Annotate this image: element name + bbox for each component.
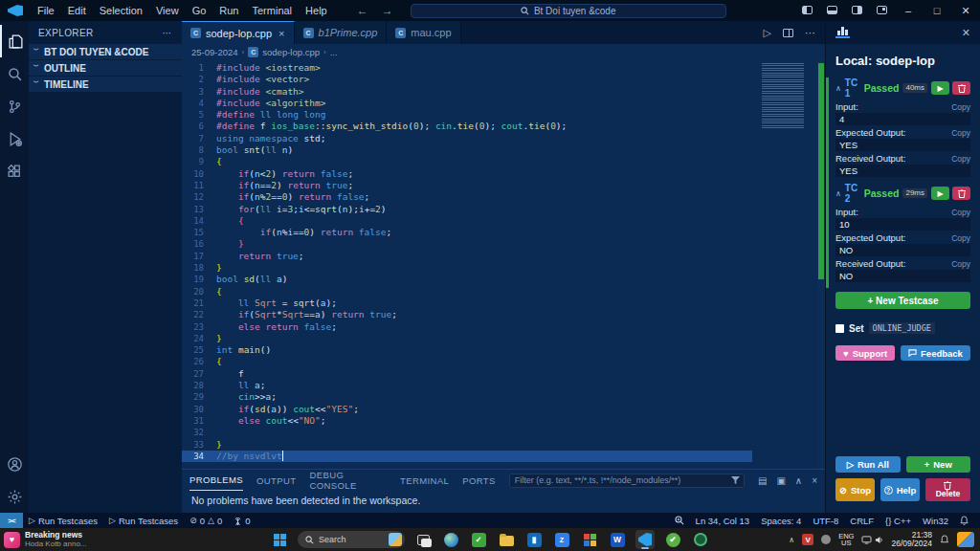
zalo-app-icon[interactable]: Z bbox=[552, 530, 571, 549]
code-line[interactable]: 33} bbox=[182, 439, 825, 451]
minimize-button[interactable]: – bbox=[894, 0, 923, 21]
notifications-bell[interactable] bbox=[954, 513, 974, 528]
menu-view[interactable]: View bbox=[149, 5, 186, 16]
start-button[interactable] bbox=[270, 530, 289, 549]
edge-app-icon[interactable] bbox=[441, 530, 460, 549]
run-file-icon[interactable]: ▷ bbox=[764, 27, 771, 39]
toggle-panel-icon[interactable] bbox=[819, 6, 844, 16]
panel-tab-terminal[interactable]: TERMINAL bbox=[400, 470, 449, 491]
run-testcase-button[interactable]: ▶ bbox=[931, 81, 949, 95]
taskbar-search[interactable]: Search bbox=[298, 531, 405, 548]
support-button[interactable]: ♥Support bbox=[835, 345, 895, 361]
feedback-button[interactable]: Feedback bbox=[901, 345, 970, 361]
file-explorer-icon[interactable] bbox=[497, 530, 516, 549]
stop-button[interactable]: ⊘Stop bbox=[835, 478, 875, 501]
code-line[interactable]: 31 else cout<<"NO"; bbox=[182, 415, 825, 427]
search-view-icon[interactable] bbox=[0, 57, 29, 90]
run-testcases-button-1[interactable]: ▷Run Testcases bbox=[23, 513, 103, 528]
code-line[interactable]: 16 } bbox=[182, 238, 825, 250]
cursor-position[interactable]: Ln 34, Col 13 bbox=[690, 513, 756, 528]
platform[interactable]: Win32 bbox=[917, 513, 954, 528]
panel-views-icon[interactable]: ▤ bbox=[758, 475, 767, 486]
code-line[interactable]: 10 if(n<2) return false; bbox=[182, 168, 825, 180]
collapse-icon[interactable]: ∧ bbox=[835, 84, 841, 93]
word-app-icon[interactable]: W bbox=[608, 530, 627, 549]
code-line[interactable]: 11 if(n==2) return true; bbox=[182, 180, 825, 191]
restore-button[interactable]: □ bbox=[923, 0, 951, 21]
received-value[interactable]: NO bbox=[835, 270, 970, 282]
tray-app-icon[interactable] bbox=[821, 535, 831, 544]
panel-tab-ports[interactable]: PORTS bbox=[462, 470, 496, 491]
menu-terminal[interactable]: Terminal bbox=[246, 5, 300, 16]
help-button[interactable]: ?Help bbox=[880, 478, 920, 501]
cph-results-icon[interactable] bbox=[835, 28, 850, 38]
copy-input-button[interactable]: Copy bbox=[951, 208, 970, 217]
tab-sodep-lop-cpp[interactable]: Csodep-lop.cpp× bbox=[182, 21, 295, 44]
remote-indicator[interactable]: >< bbox=[0, 513, 23, 528]
code-line[interactable]: 25int main() bbox=[182, 344, 825, 356]
run-testcase-button[interactable]: ▶ bbox=[931, 187, 949, 200]
menu-edit[interactable]: Edit bbox=[61, 5, 93, 16]
menu-help[interactable]: Help bbox=[299, 5, 334, 16]
encoding[interactable]: UTF-8 bbox=[807, 513, 844, 528]
code-line[interactable]: 1#include <iostream> bbox=[182, 62, 825, 74]
indentation[interactable]: Spaces: 4 bbox=[755, 513, 807, 528]
run-testcases-button-2[interactable]: ▷Run Testcases bbox=[103, 513, 184, 528]
copy-received-button[interactable]: Copy bbox=[951, 154, 970, 164]
menu-selection[interactable]: Selection bbox=[93, 5, 149, 16]
breadcrumb-item[interactable]: 25-09-2024 bbox=[191, 47, 238, 57]
system-tray-icons[interactable] bbox=[861, 536, 883, 544]
run-all-button[interactable]: ▷Run All bbox=[835, 456, 901, 473]
breadcrumb-item[interactable]: sodep-lop.cpp bbox=[262, 47, 320, 57]
code-line[interactable]: 4#include <algorithm> bbox=[182, 98, 825, 109]
expected-value[interactable]: YES bbox=[835, 139, 970, 151]
copy-expected-button[interactable]: Copy bbox=[951, 128, 970, 138]
breadcrumb[interactable]: 25-09-2024›Csodep-lop.cpp›... bbox=[182, 44, 825, 59]
code-line[interactable]: 30 if(sd(a)) cout<<"YES"; bbox=[182, 404, 825, 415]
copy-expected-button[interactable]: Copy bbox=[951, 233, 970, 243]
store-app-icon[interactable]: ▮ bbox=[524, 530, 544, 549]
code-line[interactable]: 17 return true; bbox=[182, 251, 825, 262]
menu-run[interactable]: Run bbox=[212, 5, 245, 16]
plant-app-icon[interactable]: ✔ bbox=[663, 530, 682, 549]
menu-file[interactable]: File bbox=[31, 5, 61, 16]
sidebar-section-bt-doi-tuyen-code[interactable]: ›BT DOI TUYEN &CODE bbox=[29, 44, 182, 59]
close-panel-icon[interactable]: × bbox=[812, 475, 817, 486]
code-line[interactable]: 12 if(n%2==0) return false; bbox=[182, 191, 825, 203]
breadcrumb-item[interactable]: ... bbox=[330, 47, 338, 57]
new-button[interactable]: + New bbox=[906, 456, 971, 473]
copy-input-button[interactable]: Copy bbox=[951, 102, 970, 112]
sidebar-section-timeline[interactable]: ›TIMELINE bbox=[29, 77, 182, 92]
code-line[interactable]: 23 else return false; bbox=[182, 321, 825, 333]
menu-go[interactable]: Go bbox=[186, 5, 213, 16]
problems-indicator[interactable]: ⊘0 △0 bbox=[184, 513, 228, 528]
code-line[interactable]: 32 bbox=[182, 427, 825, 438]
code-line[interactable]: 14 { bbox=[182, 215, 825, 227]
new-testcase-button[interactable]: + New Testcase bbox=[835, 292, 970, 309]
expected-value[interactable]: NO bbox=[835, 244, 970, 256]
eol-sequence[interactable]: CRLF bbox=[844, 513, 880, 528]
online-judge-checkbox[interactable] bbox=[835, 324, 844, 333]
problems-filter[interactable] bbox=[509, 474, 745, 488]
green-app-icon[interactable]: ✓ bbox=[469, 530, 488, 549]
language-mode[interactable]: {} C++ bbox=[880, 513, 917, 528]
input-value[interactable]: 10 bbox=[835, 218, 970, 231]
code-line[interactable]: 9{ bbox=[182, 156, 825, 167]
toggle-sidebar-icon[interactable] bbox=[794, 6, 819, 16]
code-line[interactable]: 21 ll Sqrt = sqrt(a); bbox=[182, 298, 825, 309]
code-line[interactable]: 13 for(ll i=3;i<=sqrt(n);i+=2) bbox=[182, 204, 825, 215]
explorer-more-actions-icon[interactable]: ⋯ bbox=[163, 28, 172, 38]
notification-bell-icon[interactable] bbox=[940, 535, 949, 544]
panel-tab-debug-console[interactable]: DEBUG CONSOLE bbox=[309, 470, 386, 491]
vscode-taskbar-icon[interactable] bbox=[635, 530, 655, 549]
received-value[interactable]: YES bbox=[835, 165, 970, 177]
code-line[interactable]: 3#include <cmath> bbox=[182, 86, 825, 98]
code-line[interactable]: 15 if(n%i==0) return false; bbox=[182, 227, 825, 238]
history-forward-icon[interactable]: → bbox=[382, 4, 393, 17]
code-line[interactable]: 26{ bbox=[182, 356, 825, 367]
history-back-icon[interactable]: ← bbox=[357, 4, 368, 17]
panel-tab-problems[interactable]: PROBLEMS bbox=[189, 470, 243, 491]
tab-mau-cpp[interactable]: Cmau.cpp bbox=[387, 21, 460, 44]
command-center[interactable]: Bt Doi tuyen &code bbox=[411, 4, 726, 18]
explorer-icon[interactable] bbox=[0, 25, 29, 57]
